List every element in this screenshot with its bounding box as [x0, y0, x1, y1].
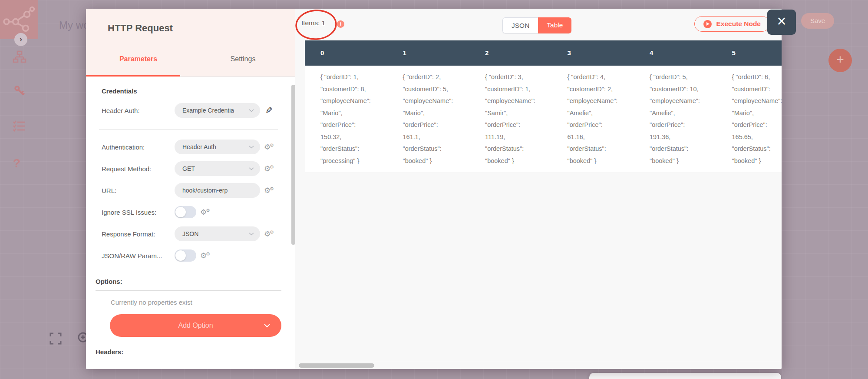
parameter-label: JSON/RAW Param... [102, 252, 175, 259]
parameter-label: Response Format: [102, 230, 175, 238]
parameter-row: JSON/RAW Param...⚙⚙ [86, 245, 295, 266]
chevron-down-icon [249, 233, 254, 236]
parameters-panel: HTTP Request Parameters Settings Credent… [86, 9, 295, 369]
add-node-button[interactable]: + [828, 49, 852, 72]
chevron-down-icon [249, 146, 254, 149]
toggle-switch[interactable] [175, 206, 196, 218]
parameter-label: Authentication: [102, 143, 175, 151]
tab-parameters[interactable]: Parameters [86, 51, 191, 67]
n8n-workspace: › ? My wo Save + [0, 0, 868, 379]
parameter-options-icon[interactable]: ⚙⚙ [264, 165, 276, 173]
execute-node-button[interactable]: Execute Node [694, 16, 770, 32]
parameter-options-icon[interactable]: ⚙⚙ [264, 143, 276, 151]
bottom-panel-edge [589, 373, 781, 379]
view-toggle-json[interactable]: JSON [502, 17, 538, 33]
credentials-heading: Credentials [102, 87, 295, 95]
parameter-label: URL: [102, 187, 175, 194]
table-cell: { "orderID": 2,"customerID": 5,"employee… [387, 66, 470, 172]
chevron-down-icon [264, 324, 270, 328]
chevron-down-icon [249, 167, 254, 170]
select-field[interactable]: Header Auth [175, 140, 260, 154]
table-body-row: { "orderID": 1,"customerID": 8,"employee… [305, 66, 782, 172]
table-cell: { "orderID": 6,"customerID":"employeeNam… [716, 66, 782, 172]
table-horizontal-scrollbar[interactable] [299, 363, 374, 368]
table-header-row: 012345 [305, 40, 782, 66]
table-column-header: 3 [552, 40, 634, 66]
node-detail-modal: HTTP Request Parameters Settings Credent… [86, 9, 782, 369]
text-field[interactable]: hook/custom-erp [175, 183, 260, 198]
table-cell: { "orderID": 5,"customerID": 10,"employe… [634, 66, 716, 172]
parameter-options-icon[interactable]: ⚙⚙ [264, 230, 276, 238]
sidebar-collapse-icon[interactable]: › [14, 33, 27, 46]
view-toggle-table[interactable]: Table [538, 17, 571, 33]
credential-row: Header Auth: Example Credentia ✎ [86, 98, 295, 123]
active-tab-underline [86, 75, 180, 76]
table-column-header: 2 [469, 40, 552, 66]
table-column-header: 4 [634, 40, 716, 66]
table-cell: { "orderID": 3,"customerID": 1,"employee… [469, 66, 552, 172]
select-field[interactable]: GET [175, 161, 260, 176]
section-divider [99, 130, 278, 130]
zoom-to-fit-icon[interactable] [49, 332, 63, 347]
parameter-rows: Authentication:Header Auth⚙⚙Request Meth… [86, 136, 295, 266]
sidebar-item-executions[interactable] [12, 119, 27, 134]
footer-divider [295, 361, 782, 361]
table-column-header: 1 [387, 40, 470, 66]
credential-label: Header Auth: [102, 107, 175, 114]
output-panel: Items: 1 i JSON Table Execute Node 01234… [295, 9, 782, 369]
parameter-options-icon[interactable]: ⚙⚙ [200, 252, 212, 259]
parameter-row: Authentication:Header Auth⚙⚙ [86, 136, 295, 158]
parameters-body: Credentials Header Auth: Example Credent… [86, 77, 295, 369]
headers-heading: Headers: [96, 348, 295, 356]
close-modal-button[interactable]: × [767, 10, 796, 35]
parameter-label: Ignore SSL Issues: [102, 209, 175, 216]
modal-header: HTTP Request Parameters Settings [86, 9, 295, 77]
toggle-switch[interactable] [175, 249, 196, 262]
parameter-options-icon[interactable]: ⚙⚙ [264, 187, 276, 194]
options-heading: Options: [96, 278, 295, 285]
items-count: Items: 1 [301, 19, 325, 27]
sidebar-item-workflows[interactable] [12, 50, 27, 64]
play-icon [703, 20, 712, 28]
edit-credential-icon[interactable]: ✎ [265, 105, 273, 116]
sidebar-item-help[interactable]: ? [13, 156, 28, 171]
credential-select[interactable]: Example Credentia [175, 103, 260, 118]
select-field[interactable]: JSON [175, 226, 260, 241]
info-icon[interactable]: i [337, 20, 344, 28]
parameter-row: URL:hook/custom-erp⚙⚙ [86, 180, 295, 201]
table-column-header: 5 [716, 40, 782, 66]
add-option-button[interactable]: Add Option [110, 314, 281, 337]
parameter-label: Request Method: [102, 165, 175, 173]
options-empty-text: Currently no properties exist [111, 299, 295, 306]
parameter-row: Ignore SSL Issues:⚙⚙ [86, 201, 295, 223]
table-cell: { "orderID": 1,"customerID": 8,"employee… [305, 66, 387, 172]
workflow-title: My wo [59, 19, 89, 31]
parameter-row: Response Format:JSON⚙⚙ [86, 223, 295, 245]
parameter-row: Request Method:GET⚙⚙ [86, 158, 295, 180]
parameter-options-icon[interactable]: ⚙⚙ [200, 209, 212, 216]
modal-title: HTTP Request [108, 23, 173, 34]
tab-settings[interactable]: Settings [191, 51, 295, 67]
parameters-scrollbar[interactable] [291, 85, 295, 245]
options-divider [96, 290, 281, 291]
chevron-down-icon [249, 109, 254, 112]
output-table: 012345 { "orderID": 1,"customerID": 8,"e… [305, 40, 782, 172]
table-cell: { "orderID": 4,"customerID": 2,"employee… [552, 66, 634, 172]
sidebar-item-credentials[interactable] [12, 83, 27, 98]
save-button[interactable]: Save [801, 13, 834, 29]
view-toggle: JSON Table [502, 17, 571, 33]
table-column-header: 0 [305, 40, 387, 66]
